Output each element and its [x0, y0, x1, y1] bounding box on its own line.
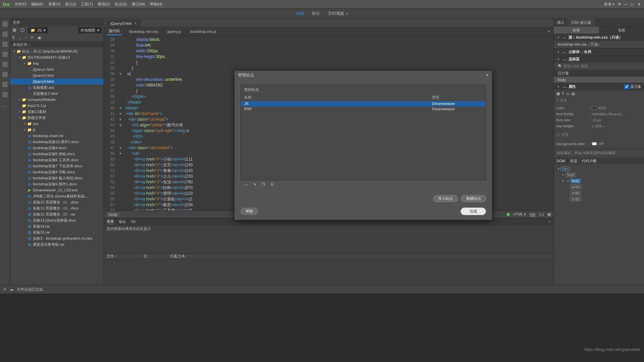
rail-icon-6[interactable] — [2, 72, 8, 77]
tree-row[interactable]: ▸📁实验13素材 — [10, 109, 104, 115]
dom-node-html[interactable]: html — [560, 167, 570, 171]
rail-icon-2[interactable] — [2, 32, 8, 37]
breadcrumb-body[interactable]: body — [107, 212, 120, 217]
filter-css-placeholder[interactable]: 🔍 筛选 CSS 规则 — [554, 63, 644, 70]
window-maximize-icon[interactable]: □ — [630, 2, 635, 7]
site-duplicate-icon[interactable]: ❐ — [261, 182, 266, 188]
cat-layout-icon[interactable]: ▦ — [556, 92, 560, 96]
status-overview-icon[interactable]: ▦ — [547, 212, 551, 217]
menu-window[interactable]: 窗口(W) — [132, 2, 145, 7]
menu-edit[interactable]: 编辑(E) — [31, 2, 44, 7]
tree-row[interactable]: ▤bootstrap实验6 工具类.docx — [10, 157, 104, 163]
view-split-button[interactable]: 拆分 — [312, 11, 320, 16]
add-source-icon[interactable]: ＋ — [556, 35, 560, 40]
cloud-status-icon[interactable]: ☁ — [10, 287, 13, 292]
output-tab-search[interactable]: 搜索 — [107, 219, 114, 224]
menu-help[interactable]: 帮助(H) — [150, 2, 162, 7]
menu-insert[interactable]: 插入(I) — [65, 2, 76, 7]
tree-row[interactable]: ▤bootstrap-exam.txt — [10, 133, 104, 139]
dom-tab-dom[interactable]: DOM — [556, 159, 565, 163]
dom-node-head[interactable]: head — [565, 173, 576, 177]
rail-icon-4[interactable] — [2, 52, 8, 57]
tree-row[interactable]: ▸📁img — [10, 60, 104, 66]
tree-row[interactable]: ▤bootstrap实验9 插件1.docx — [10, 181, 104, 187]
tree-row[interactable]: ▥实验15.rar — [10, 229, 104, 235]
new-site-button[interactable]: 新建站点 — [461, 195, 486, 202]
window-minimize-icon[interactable]: — — [623, 2, 628, 7]
output-col-match[interactable]: 匹配文本 — [170, 254, 185, 259]
menu-file[interactable]: 文件(F) — [14, 2, 26, 7]
view-code-button[interactable]: 代码 — [296, 11, 304, 16]
editor-tab-close-icon[interactable]: × — [134, 21, 137, 26]
sites-col-type[interactable]: 类型 — [432, 95, 439, 100]
tree-row[interactable]: ▤实验12-页面整合（2）.docx — [10, 205, 104, 211]
tree-row[interactable]: ▤实验13 jQuery选择器.docx — [10, 217, 104, 223]
window-close-icon[interactable]: ✕ — [637, 2, 641, 7]
tree-row[interactable]: ▤实验3：bootstrap-gridsystem-try.doc — [10, 235, 104, 241]
view-live-dropdown-icon[interactable]: ▾ — [346, 11, 348, 16]
tree-row[interactable]: ▸📁companyWebsite — [10, 97, 104, 103]
dialog-close-icon[interactable]: × — [486, 72, 489, 78]
dom-tab-assets[interactable]: 资源 — [570, 159, 577, 164]
output-col-line[interactable]: 行 — [144, 254, 157, 259]
output-menu-icon[interactable]: ≡ — [549, 220, 551, 224]
tree-row[interactable]: ▤bootstrap实验7 下拉菜单.docx — [10, 163, 104, 169]
output-tab-git[interactable]: Git — [131, 220, 136, 224]
menu-find[interactable]: 查找(D) — [98, 2, 110, 7]
tree-row[interactable]: ▸📁js — [10, 127, 104, 133]
sites-col-name[interactable]: 名称 — [244, 95, 432, 100]
help-button[interactable]: 帮助 — [240, 208, 258, 215]
output-tab-output[interactable]: 输出 — [119, 219, 126, 224]
put-icon[interactable]: ↑ — [25, 36, 27, 40]
source-item[interactable]: bootstrap.min.css（只读） — [554, 41, 644, 48]
tree-row[interactable]: ▶Dreamweaver_12_LS3.exe — [10, 187, 104, 193]
filter-icon[interactable]: ▼ — [547, 29, 551, 34]
rail-overflow-icon[interactable]: ⋯ — [3, 104, 7, 109]
related-source[interactable]: 源代码 — [107, 27, 122, 35]
refresh-icon[interactable]: ⟳ — [31, 36, 34, 40]
tree-row[interactable]: ▥实验14.rar — [10, 223, 104, 229]
site-remove-icon[interactable]: — — [243, 182, 249, 188]
rail-icon-8[interactable] — [2, 92, 8, 97]
editor-tab-active[interactable]: jQuery3.html × — [107, 20, 141, 27]
tree-row[interactable]: jQuery2.html — [10, 72, 104, 78]
rail-icon-3[interactable] — [2, 42, 8, 47]
tab-css-designer[interactable]: CSS 设计器 — [568, 19, 594, 26]
rail-icon-7[interactable] — [2, 82, 8, 87]
menu-view[interactable]: 查看(V) — [48, 2, 61, 7]
tree-row[interactable]: ▤bootstrap实验4.docx — [10, 145, 104, 151]
related-1[interactable]: bootstrap.min.css — [127, 28, 160, 35]
related-3[interactable]: bootstrap.min.js — [188, 28, 218, 35]
ftp-icon[interactable] — [12, 28, 17, 33]
output-col-file[interactable]: 文件 ↑ — [107, 254, 130, 259]
import-site-button[interactable]: 导入站点 — [433, 195, 458, 202]
cat-border-icon[interactable]: ▭ — [566, 92, 570, 96]
tree-row[interactable]: jQuery1.html — [10, 66, 104, 72]
tree-row[interactable]: ▤JPA第二部分 jQuery基础和实战-... — [10, 193, 104, 199]
bg-prop-val[interactable]: #fff — [598, 142, 603, 146]
file-tree[interactable]: ▾📁站点 - JS (C:\phpStudy\WWW\JS)▾📁20170516… — [10, 48, 104, 285]
view-dropdown[interactable]: 本地视图 ▾ — [78, 27, 102, 33]
site-edit-icon[interactable]: ✎ — [252, 182, 257, 188]
sites-list[interactable]: JSDreamweaverPHPDreamweaver — [241, 101, 486, 180]
tab-insert[interactable]: 插入 — [554, 19, 568, 26]
tree-row[interactable]: ▸📁css — [10, 121, 104, 127]
settings-icon[interactable]: ⚙︎ — [618, 2, 621, 6]
rail-icon-1[interactable] — [2, 21, 8, 27]
cat-text-icon[interactable]: T — [562, 92, 564, 96]
site-export-icon[interactable]: ⎘ — [269, 182, 275, 188]
show-set-checkbox[interactable] — [625, 84, 629, 89]
tree-row[interactable]: ▾📁站点 - JS (C:\phpStudy\WWW\JS) — [10, 48, 104, 54]
dom-node-script-2[interactable]: script — [570, 191, 581, 195]
tree-row[interactable]: ▤bootstrap实验5 按钮.docx — [10, 151, 104, 157]
view-live-button[interactable]: 实时视图 — [328, 11, 344, 16]
sync-icon[interactable] — [20, 28, 25, 33]
tree-row[interactable]: ▥实验12-页面整合（2）.rar — [10, 211, 104, 217]
tree-row[interactable]: ▤bootstrap实验10 插件2.docx — [10, 139, 104, 145]
dom-tab-snippets[interactable]: 代码片断 — [582, 159, 597, 164]
site-row[interactable]: PHPDreamweaver — [241, 106, 486, 112]
dom-tree[interactable]: ▾html ▸head ＋▸body script script script — [554, 164, 644, 203]
related-2[interactable]: jquery.js — [165, 28, 183, 35]
rail-icon-5[interactable] — [2, 62, 8, 67]
dom-node-body[interactable]: body — [570, 179, 581, 183]
